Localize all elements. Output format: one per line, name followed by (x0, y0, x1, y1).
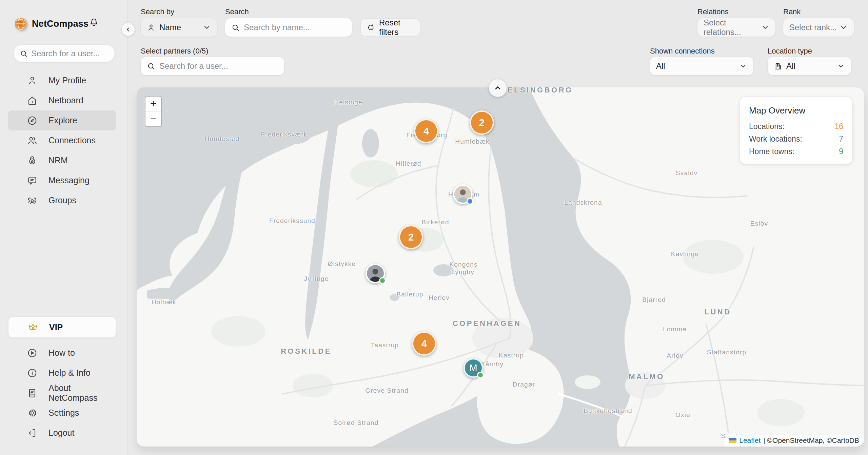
sidebar-item-explore[interactable]: Explore (8, 110, 116, 130)
search-by-dropdown[interactable]: Name (141, 18, 217, 37)
map-attribution: Leaflet | ©OpenStreetMap, ©CartoDB (725, 435, 864, 447)
sidebar: NetCompass My ProfileNetboardExploreConn… (0, 0, 128, 455)
search-label: Search (225, 7, 249, 16)
shown-connections-value: All (656, 61, 665, 71)
sidebar-item-nrm[interactable]: NRM (8, 150, 116, 170)
search-icon (147, 62, 155, 70)
info-icon (27, 368, 38, 378)
overview-stat-label: Locations: (749, 122, 785, 131)
sidebar-header: NetCompass (14, 16, 115, 32)
overview-stat-value: 16 (834, 122, 843, 131)
sidebar-item-vip[interactable]: VIP (8, 316, 116, 338)
ukraine-flag-icon (729, 438, 736, 443)
zoom-out-button[interactable]: − (145, 111, 161, 126)
location-type-dropdown[interactable]: All (768, 57, 851, 75)
chevron-down-icon (761, 23, 769, 32)
shown-connections-dropdown[interactable]: All (650, 57, 753, 75)
partners-search-input[interactable] (159, 61, 278, 71)
play-icon (27, 348, 38, 358)
chevron-down-icon (203, 23, 211, 32)
overview-stat-row: Work locations:7 (749, 135, 843, 144)
sidebar-item-settings[interactable]: Settings (8, 403, 116, 423)
sidebar-item-how-to[interactable]: How to (8, 343, 116, 363)
app-title: NetCompass (32, 19, 88, 29)
select-partners-field[interactable] (141, 57, 284, 75)
sidebar-item-netboard[interactable]: Netboard (8, 90, 116, 110)
cluster-marker[interactable]: 4 (412, 331, 436, 356)
map-zoom-control: + − (145, 96, 162, 127)
reset-filters-button[interactable]: Reset filters (360, 18, 420, 37)
cluster-marker[interactable]: 4 (414, 119, 438, 143)
status-badge (477, 372, 484, 378)
sidebar-item-label: Connections (48, 136, 96, 145)
sidebar-item-messaging[interactable]: Messaging (8, 170, 116, 190)
crown-icon (27, 322, 38, 333)
book-icon (27, 388, 38, 398)
relations-label: Relations (697, 7, 729, 16)
chat-icon (27, 175, 38, 186)
sidebar-item-label: Messaging (48, 175, 90, 185)
person-icon (147, 23, 155, 32)
refresh-icon (367, 23, 375, 32)
user-avatar-marker[interactable] (453, 184, 473, 204)
map-canvas[interactable]: HELSINGBORGHelsingeFredensborgFrederiksv… (137, 87, 864, 447)
initial-letter: M (469, 363, 477, 373)
rank-label: Rank (783, 7, 801, 16)
group-icon (27, 195, 38, 206)
sidebar-item-my-profile[interactable]: My Profile (8, 70, 116, 90)
search-by-name-input[interactable] (244, 23, 349, 32)
sidebar-item-label: Help & Info (48, 368, 91, 378)
location-type-label: Location type (768, 47, 812, 56)
search-field[interactable] (225, 18, 352, 37)
rank-placeholder: Select rank... (789, 23, 837, 32)
building-icon (774, 62, 782, 70)
sidebar-search-input[interactable] (31, 49, 136, 58)
zoom-in-button[interactable]: + (145, 97, 161, 111)
sidebar-item-label: How to (48, 348, 75, 358)
sidebar-item-about[interactable]: About NetCompass (8, 383, 116, 403)
sidebar-item-label: My Profile (48, 76, 86, 85)
sidebar-item-logout[interactable]: Logout (8, 423, 116, 443)
filters-collapse-button[interactable] (489, 79, 507, 97)
map-overview-panel: Map Overview Locations:16Work locations:… (740, 97, 852, 164)
search-by-label: Search by (141, 7, 174, 16)
overview-stat-label: Work locations: (749, 135, 802, 144)
sidebar-item-connections[interactable]: Connections (8, 130, 116, 150)
search-icon (231, 23, 240, 32)
cluster-count: 4 (421, 338, 427, 349)
search-by-value: Name (159, 23, 181, 32)
location-type-value: All (786, 61, 795, 71)
sidebar-collapse-button[interactable] (122, 23, 135, 36)
sidebar-item-label: Groups (48, 195, 76, 205)
initial-marker[interactable]: M (463, 358, 483, 378)
chevron-down-icon (739, 62, 747, 70)
sidebar-item-label: Netboard (48, 96, 83, 105)
filter-bar: Search by Name Search Reset filters Rela… (128, 0, 868, 87)
leaflet-link[interactable]: Leaflet (739, 436, 761, 444)
shown-connections-label: Shown connections (650, 47, 715, 56)
reset-filters-label: Reset filters (379, 18, 414, 37)
gear-icon (27, 408, 38, 418)
user-avatar-marker[interactable] (366, 264, 385, 283)
cluster-count: 2 (408, 232, 414, 243)
logout-icon (27, 428, 38, 438)
relations-placeholder: Select relations... (704, 18, 761, 37)
cluster-count: 4 (423, 126, 429, 137)
sidebar-user-search[interactable] (14, 45, 115, 62)
compass-icon (27, 115, 38, 126)
sidebar-item-help-info[interactable]: Help & Info (8, 363, 116, 383)
sidebar-item-label: Explore (48, 116, 77, 125)
sidebar-item-groups[interactable]: Groups (8, 190, 116, 210)
sidebar-item-label: NRM (48, 156, 68, 165)
map-overview-title: Map Overview (749, 105, 843, 116)
sidebar-item-label: Logout (48, 428, 74, 438)
cluster-marker[interactable]: 2 (399, 225, 423, 249)
notifications-bell-icon[interactable] (88, 16, 100, 29)
overview-stat-row: Home towns:9 (749, 147, 843, 156)
rank-dropdown[interactable]: Select rank... (783, 18, 854, 37)
users-icon (27, 135, 38, 146)
cluster-marker[interactable]: 2 (470, 110, 494, 135)
status-badge (379, 277, 386, 284)
relations-dropdown[interactable]: Select relations... (697, 18, 775, 37)
overview-stat-row: Locations:16 (749, 122, 843, 131)
